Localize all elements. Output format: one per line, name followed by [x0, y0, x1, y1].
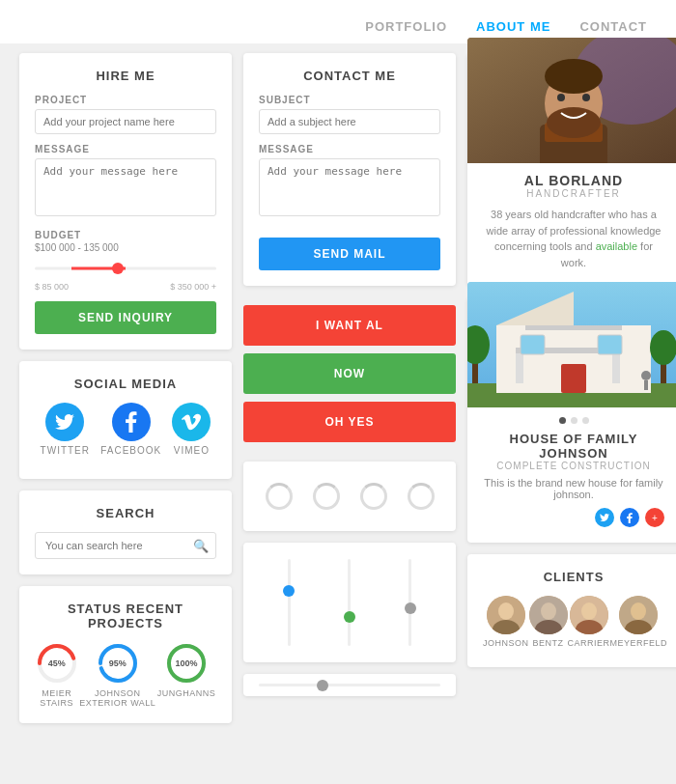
nav-portfolio[interactable]: PORTFOLIO [365, 19, 447, 34]
search-icon: 🔍 [193, 539, 209, 553]
subject-input[interactable] [259, 109, 440, 134]
slider-min: $ 85 000 [35, 282, 69, 292]
status-card: STATUS RECENT PROJECTS 45% MEIERSTAIRS [19, 586, 232, 723]
budget-range: $100 000 - 135 000 [35, 242, 216, 253]
project-input[interactable] [35, 109, 216, 134]
house-description: This is the brand new house for family j… [483, 477, 664, 500]
svg-point-36 [541, 602, 556, 620]
svg-rect-25 [561, 364, 586, 393]
loading-circle-2 [313, 483, 340, 510]
v-thumb-2[interactable] [344, 611, 355, 623]
profile-card: AL BORLAND HANDCRAFTER 38 years old hand… [467, 53, 676, 286]
client-name-bentz: BENTZ [533, 638, 564, 648]
search-input[interactable] [35, 532, 216, 559]
svg-point-12 [557, 94, 565, 101]
client-meyerfeld: MEYERFELD [610, 596, 668, 648]
v-slider-2[interactable] [348, 554, 351, 651]
social-media-card: SOCIAL MEDIA TWITTER FACEBOOK [19, 361, 232, 479]
client-name-johnson: JOHNSON [483, 638, 529, 648]
message-input-hire[interactable] [35, 158, 216, 216]
svg-point-29 [650, 330, 676, 365]
social-item-facebook[interactable]: FACEBOOK [100, 403, 161, 456]
project-label: PROJECT [35, 95, 216, 105]
loading-circles [255, 473, 444, 519]
svg-rect-22 [525, 325, 622, 330]
client-name-meyerfeld: MEYERFELD [610, 638, 668, 648]
h-slider-thumb[interactable] [317, 680, 328, 691]
hire-me-card: HIRE ME PROJECT MESSAGE BUDGET $100 000 … [19, 53, 232, 350]
v-thumb-1[interactable] [283, 585, 295, 597]
message-input-contact[interactable] [259, 158, 440, 216]
meier-name: MEIERSTAIRS [40, 688, 73, 708]
oh-yes-button[interactable]: OH YES [243, 402, 456, 442]
house-twitter-icon[interactable] [595, 508, 614, 527]
vimeo-icon[interactable] [172, 403, 211, 441]
now-button[interactable]: NOW [243, 353, 456, 394]
client-bentz: BENTZ [529, 596, 568, 648]
search-title: SEARCH [35, 506, 216, 520]
svg-rect-31 [644, 380, 648, 390]
svg-point-11 [547, 107, 601, 138]
house-facebook-icon[interactable] [620, 508, 639, 527]
clients-card: CLIENTS JOHNSON [467, 554, 676, 667]
svg-point-33 [498, 602, 514, 620]
profile-description: 38 years old handcrafter who has a wide … [483, 207, 664, 270]
loading-circle-3 [360, 483, 387, 510]
social-media-title: SOCIAL MEDIA [35, 377, 216, 391]
slider-minmax: $ 85 000 $ 350 000 + [35, 282, 216, 292]
twitter-icon[interactable] [45, 403, 84, 441]
v-track-3 [408, 559, 411, 646]
meier-circle: 45% [36, 642, 78, 685]
svg-point-30 [641, 371, 651, 380]
vertical-sliders [259, 554, 440, 651]
column-1: HIRE ME PROJECT MESSAGE BUDGET $100 000 … [19, 53, 232, 723]
social-item-vimeo[interactable]: VIMEO [172, 403, 211, 456]
nav-contact[interactable]: CONTACT [579, 19, 647, 34]
status-circles: 45% MEIERSTAIRS 95% JOHNSONEXTERIOR WALL [35, 642, 216, 708]
vimeo-label: VIMEO [174, 445, 210, 456]
loading-circle-4 [408, 483, 435, 510]
slider-thumb[interactable] [112, 263, 124, 274]
house-plus-icon[interactable]: + [645, 508, 664, 527]
v-thumb-3[interactable] [405, 602, 416, 614]
search-card: SEARCH 🔍 [19, 490, 232, 574]
house-subtitle: COMPLETE CONSTRUCTION [483, 461, 664, 471]
profile-image [467, 38, 676, 163]
v-slider-1[interactable] [288, 554, 291, 651]
svg-point-42 [631, 602, 646, 620]
send-inquiry-button[interactable]: SEND INQUIRY [35, 301, 216, 334]
svg-rect-23 [521, 335, 545, 354]
vertical-sliders-card [243, 543, 456, 662]
svg-point-13 [582, 94, 590, 101]
main-content: HIRE ME PROJECT MESSAGE BUDGET $100 000 … [0, 43, 676, 733]
status-item-meier: 45% MEIERSTAIRS [36, 642, 78, 708]
status-item-junghanns: 100% JUNGHANNS [157, 642, 216, 708]
v-slider-3[interactable] [408, 554, 411, 651]
budget-slider[interactable] [35, 259, 216, 278]
johnson-pct: 95% [109, 658, 127, 668]
column-2: CONTACT ME SUBJECT MESSAGE SEND MAIL I W… [243, 53, 456, 723]
dot-2 [571, 417, 577, 424]
client-avatar-meyerfeld [619, 596, 658, 634]
junghanns-name: JUNGHANNS [157, 688, 216, 698]
loading-circles-card [243, 462, 456, 531]
v-track-2 [348, 559, 351, 646]
send-mail-button[interactable]: SEND MAIL [259, 238, 440, 270]
twitter-label: TWITTER [41, 445, 90, 456]
h-slider-track[interactable] [259, 684, 440, 686]
clients-avatars: JOHNSON BENTZ [483, 596, 664, 648]
message-label-contact: MESSAGE [259, 144, 440, 154]
v-track-1 [288, 559, 291, 646]
profile-name: AL BORLAND [483, 173, 664, 188]
facebook-icon[interactable] [112, 403, 151, 441]
profile-available: available [596, 240, 637, 252]
house-card: HOUSE OF FAMILY JOHNSON COMPLETE CONSTRU… [467, 297, 676, 543]
nav-about[interactable]: ABOUT ME [476, 19, 550, 34]
slider-max: $ 350 000 + [170, 282, 216, 292]
i-want-al-button[interactable]: I WANT AL [243, 305, 456, 346]
svg-point-39 [581, 602, 597, 620]
house-image [467, 282, 676, 407]
search-box: 🔍 [35, 532, 216, 559]
johnson-circle: 95% [97, 642, 139, 685]
social-item-twitter[interactable]: TWITTER [41, 403, 90, 456]
